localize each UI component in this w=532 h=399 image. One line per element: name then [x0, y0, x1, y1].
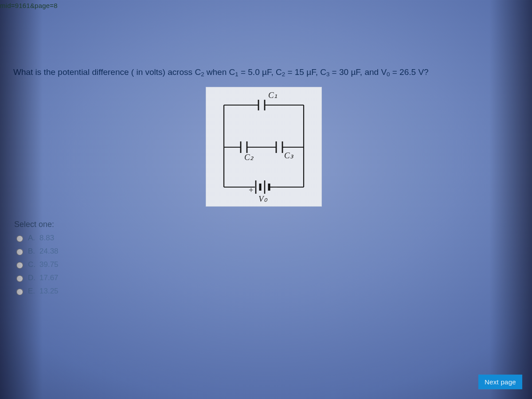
q-sub: 2: [282, 71, 285, 78]
option-value: 8.83: [39, 234, 54, 243]
option-c[interactable]: C. 39.75: [14, 260, 514, 269]
label-v0: V₀: [258, 194, 268, 203]
options-group: A. 8.83 B. 24.38 C. 39.75 D. 17.67 E. 13…: [14, 234, 514, 296]
option-letter: D.: [28, 274, 36, 282]
option-value: 17.67: [39, 274, 59, 282]
label-plus: +: [249, 185, 254, 195]
circuit-diagram: C₁ C₂ C₃ + − V₀: [206, 87, 322, 207]
q-sub: 1: [235, 71, 238, 78]
option-d-radio[interactable]: [16, 275, 23, 282]
select-one-label: Select one:: [14, 220, 514, 229]
option-value: 39.75: [39, 260, 59, 269]
url-fragment: mid=9161&page=8: [0, 2, 58, 9]
q-part: when C: [204, 67, 235, 77]
q-part: = 26.5 V?: [390, 67, 428, 77]
option-e-radio[interactable]: [16, 289, 23, 295]
label-c2: C₂: [244, 153, 254, 162]
next-page-button[interactable]: Next page: [478, 375, 522, 389]
label-c3: C₃: [284, 151, 294, 160]
q-part: What is the potential difference ( in vo…: [13, 67, 201, 77]
q-part: = 15 µF, C: [285, 67, 326, 77]
option-c-radio[interactable]: [16, 262, 23, 269]
option-value: 13.25: [39, 287, 59, 296]
label-c1: C₁: [268, 90, 278, 100]
option-a[interactable]: A. 8.83: [14, 234, 514, 243]
option-value: 24.38: [39, 247, 59, 256]
label-minus: −: [273, 183, 278, 192]
option-b[interactable]: B. 24.38: [14, 247, 514, 256]
q-part: = 5.0 µF, C: [239, 67, 282, 77]
q-part: = 30 µF, and V: [329, 67, 387, 77]
option-d[interactable]: D. 17.67: [14, 274, 514, 282]
option-letter: E.: [28, 287, 36, 296]
question-text: What is the potential difference ( in vo…: [13, 66, 514, 79]
option-letter: A.: [28, 234, 36, 243]
question-card: What is the potential difference ( in vo…: [13, 66, 514, 377]
q-sub: 2: [201, 71, 204, 78]
option-a-radio[interactable]: [16, 235, 23, 242]
option-b-radio[interactable]: [16, 249, 23, 255]
option-letter: B.: [28, 247, 36, 256]
option-letter: C.: [28, 260, 36, 269]
option-e[interactable]: E. 13.25: [14, 287, 514, 296]
